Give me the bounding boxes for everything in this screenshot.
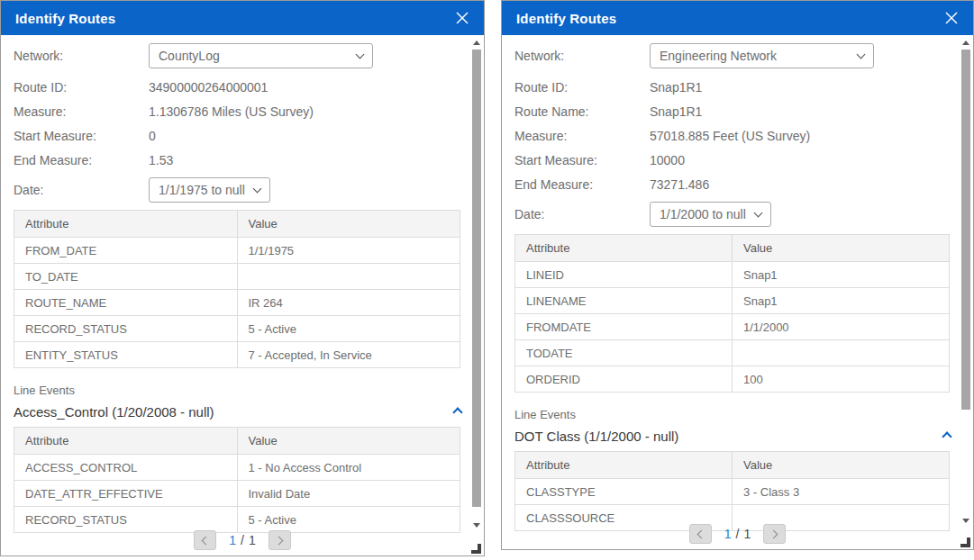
- chevron-right-icon: [274, 536, 283, 545]
- attr-cell: TODATE: [515, 340, 733, 366]
- pagination: 1 / 1: [502, 519, 973, 548]
- attr-cell: ENTITY_STATUS: [14, 342, 238, 368]
- value-cell: [237, 264, 460, 290]
- measure-value: 57018.885 Feet (US Survey): [650, 129, 810, 143]
- scroll-down-icon[interactable]: [470, 519, 483, 530]
- table-header-row: Attribute Value: [14, 211, 460, 238]
- page-separator: /: [241, 533, 244, 547]
- previous-page-button[interactable]: [689, 524, 712, 544]
- value-cell: Snap1: [733, 288, 950, 314]
- route-attribute-table: Attribute Value LINEID Snap1 LINENAME Sn…: [514, 234, 950, 393]
- attribute-column-header: Attribute: [14, 428, 238, 455]
- network-select[interactable]: Engineering Network: [650, 43, 874, 68]
- close-icon[interactable]: [942, 9, 960, 27]
- route-name-value: Snap1R1: [650, 104, 702, 119]
- table-row: FROM_DATE 1/1/1975: [14, 238, 460, 264]
- scroll-down-icon[interactable]: [960, 515, 972, 526]
- date-select[interactable]: 1/1/2000 to null: [650, 202, 771, 227]
- network-label: Network:: [514, 49, 650, 63]
- attribute-column-header: Attribute: [515, 452, 733, 479]
- route-name-label: Route Name:: [514, 104, 650, 119]
- value-cell: IR 264: [237, 290, 460, 316]
- end-measure-value: 1.53: [149, 153, 173, 167]
- table-row: TO_DATE: [14, 264, 460, 290]
- start-measure-label: Start Measure:: [514, 153, 650, 167]
- scrollbar-thumb[interactable]: [472, 50, 481, 507]
- chevron-left-icon: [202, 536, 211, 545]
- date-select[interactable]: 1/1/1975 to null: [149, 177, 270, 203]
- pagination: 1 / 1: [1, 526, 484, 555]
- event-attribute-table: Attribute Value ACCESS_CONTROL 1 - No Ac…: [14, 427, 460, 533]
- chevron-up-icon[interactable]: [939, 429, 955, 444]
- panel-content: Network: CountyLog Route ID: 34900000264…: [1, 35, 484, 530]
- route-id-value: 34900000264000001: [149, 80, 268, 95]
- scroll-up-icon[interactable]: [960, 37, 972, 48]
- value-cell: 7 - Accepted, In Service: [237, 342, 460, 368]
- attr-cell: ACCESS_CONTROL: [14, 455, 238, 481]
- resize-handle-icon[interactable]: [471, 544, 481, 554]
- chevron-down-icon: [857, 50, 866, 59]
- value-cell: 1/1/2000: [733, 314, 950, 340]
- table-row: ACCESS_CONTROL 1 - No Access Control: [14, 455, 460, 481]
- route-id-label: Route ID:: [14, 80, 149, 95]
- chevron-down-icon: [356, 50, 365, 59]
- event-group-header: DOT Class (1/1/2000 - null): [514, 429, 950, 444]
- value-cell: Snap1: [733, 262, 950, 288]
- table-row: ENTITY_STATUS 7 - Accepted, In Service: [14, 342, 460, 368]
- date-label: Date:: [14, 183, 149, 197]
- chevron-up-icon[interactable]: [450, 405, 466, 420]
- next-page-button[interactable]: [763, 524, 786, 544]
- page-indicator: 1 / 1: [229, 533, 255, 547]
- current-page: 1: [724, 527, 732, 541]
- close-icon[interactable]: [453, 9, 471, 27]
- table-header-row: Attribute Value: [515, 452, 950, 479]
- attr-cell: ROUTE_NAME: [14, 290, 238, 316]
- network-select[interactable]: CountyLog: [149, 43, 373, 68]
- table-row: TODATE: [515, 340, 950, 366]
- value-column-header: Value: [733, 452, 950, 479]
- table-row: LINEID Snap1: [515, 262, 950, 288]
- chevron-down-icon: [753, 209, 762, 218]
- measure-label: Measure:: [514, 129, 650, 143]
- table-row: RECORD_STATUS 5 - Active: [14, 316, 460, 342]
- value-cell: Invalid Date: [237, 481, 460, 507]
- identify-routes-panel-left: Identify Routes Network: CountyLog Route…: [0, 0, 485, 556]
- scrollbar-thumb[interactable]: [961, 50, 970, 410]
- value-cell: 1/1/1975: [237, 238, 460, 264]
- table-row: ORDERID 100: [515, 366, 950, 393]
- value-column-header: Value: [237, 428, 460, 455]
- start-measure-value: 0: [149, 129, 156, 143]
- attr-cell: ORDERID: [515, 366, 733, 393]
- vertical-scrollbar[interactable]: [470, 37, 483, 530]
- event-group-title: DOT Class (1/1/2000 - null): [514, 429, 939, 444]
- chevron-left-icon: [696, 529, 705, 538]
- measure-value: 1.1306786 Miles (US Survey): [149, 104, 314, 119]
- panel-title: Identify Routes: [15, 11, 453, 26]
- value-column-header: Value: [733, 235, 950, 262]
- value-cell: 1 - No Access Control: [237, 455, 460, 481]
- vertical-scrollbar[interactable]: [960, 37, 972, 526]
- measure-label: Measure:: [14, 104, 149, 119]
- chevron-right-icon: [769, 529, 778, 538]
- attribute-column-header: Attribute: [515, 235, 733, 262]
- start-measure-label: Start Measure:: [14, 129, 149, 143]
- table-row: LINENAME Snap1: [515, 288, 950, 314]
- date-select-value: 1/1/2000 to null: [660, 207, 746, 221]
- start-measure-value: 10000: [650, 153, 685, 167]
- previous-page-button[interactable]: [194, 530, 216, 550]
- line-events-label: Line Events: [14, 384, 460, 397]
- resize-handle-icon[interactable]: [960, 537, 970, 547]
- attr-cell: FROM_DATE: [14, 238, 238, 264]
- table-row: DATE_ATTR_EFFECTIVE Invalid Date: [14, 481, 460, 507]
- scroll-up-icon[interactable]: [470, 37, 483, 48]
- table-row: CLASSTYPE 3 - Class 3: [515, 479, 950, 505]
- date-label: Date:: [514, 207, 650, 221]
- total-pages: 1: [249, 533, 256, 547]
- identify-routes-panel-right: Identify Routes Network: Engineering Net…: [501, 0, 974, 550]
- next-page-button[interactable]: [269, 530, 291, 550]
- end-measure-value: 73271.486: [650, 177, 709, 192]
- line-events-label: Line Events: [514, 408, 950, 421]
- attr-cell: LINEID: [515, 262, 733, 288]
- route-attribute-table: Attribute Value FROM_DATE 1/1/1975 TO_DA…: [14, 210, 460, 368]
- value-cell: 5 - Active: [237, 316, 460, 342]
